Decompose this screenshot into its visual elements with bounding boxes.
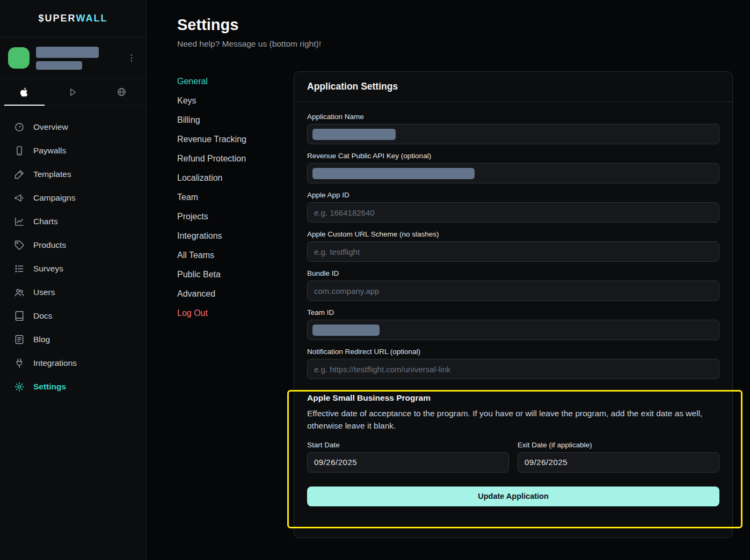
page-subtitle: Need help? Message us (bottom right)! [177, 39, 733, 49]
field-notification-redirect-url: Notification Redirect URL (optional) [307, 348, 719, 379]
application-name-input[interactable] [307, 124, 719, 144]
sidebar-item-label: Paywalls [33, 146, 66, 156]
newspaper-icon [14, 334, 25, 345]
field-label: Application Name [307, 113, 719, 121]
gear-icon [14, 381, 25, 392]
bundle-id-input[interactable] [307, 281, 719, 301]
start-date-field: Start Date [307, 441, 509, 473]
platform-tabs [0, 79, 146, 106]
sidebar-item-label: Users [33, 288, 55, 297]
sidebar-item-blog[interactable]: Blog [0, 328, 146, 351]
exit-date-field: Exit Date (if applicable) [518, 441, 719, 473]
sidebar-item-templates[interactable]: Templates [0, 163, 146, 186]
settings-nav-localization[interactable]: Localization [177, 169, 294, 188]
logo-text: $UPER [38, 13, 76, 24]
field-revenuecat-api-key: Revenue Cat Public API Key (optional) [307, 152, 719, 183]
field-label: Team ID [307, 308, 719, 316]
redacted-app-info [36, 47, 118, 70]
custom-url-scheme-input[interactable] [307, 241, 719, 262]
update-application-button[interactable]: Update Application [307, 487, 719, 506]
app-root: $UPERWALL [0, 0, 750, 560]
logo-text-accent: WALL [76, 13, 108, 24]
main-content: Settings Need help? Message us (bottom r… [147, 0, 750, 560]
field-bundle-id: Bundle ID [307, 269, 719, 301]
sidebar-item-integrations[interactable]: Integrations [0, 351, 146, 375]
settings-nav-refund-protection[interactable]: Refund Protection [177, 150, 294, 169]
plug-icon [14, 358, 25, 369]
sidebar-item-label: Docs [33, 311, 52, 321]
redacted-value-bar [312, 129, 396, 140]
sidebar-item-label: Templates [33, 170, 71, 179]
notification-redirect-url-input[interactable] [307, 359, 719, 379]
brush-icon [14, 169, 25, 180]
settings-nav-log-out[interactable]: Log Out [177, 304, 294, 323]
small-business-program-section: Apple Small Business Program Effective d… [307, 393, 719, 506]
settings-nav-billing[interactable]: Billing [177, 111, 294, 130]
field-label: Exit Date (if applicable) [518, 441, 719, 449]
book-icon [14, 311, 25, 321]
sidebar-item-paywalls[interactable]: Paywalls [0, 139, 146, 163]
sidebar-item-products[interactable]: Products [0, 233, 146, 257]
checklist-icon [14, 263, 25, 274]
field-apple-app-id: Apple App ID [307, 191, 719, 223]
sidebar-item-campaigns[interactable]: Campaigns [0, 186, 146, 210]
settings-nav-team[interactable]: Team [177, 188, 294, 208]
settings-nav-public-beta[interactable]: Public Beta [177, 266, 294, 285]
tab-apple[interactable] [0, 79, 49, 105]
exit-date-input[interactable] [518, 452, 719, 473]
kebab-menu-icon[interactable] [125, 51, 139, 65]
sidebar-item-surveys[interactable]: Surveys [0, 257, 146, 281]
field-label: Apple Custom URL Scheme (no slashes) [307, 230, 719, 238]
sidebar-item-label: Products [33, 240, 66, 250]
redacted-value-bar [312, 325, 380, 336]
settings-nav-general[interactable]: General [177, 72, 294, 92]
sidebar-item-label: Charts [33, 217, 58, 226]
app-avatar [8, 47, 30, 69]
settings-nav-revenue-tracking[interactable]: Revenue Tracking [177, 130, 294, 150]
field-label: Apple App ID [307, 191, 719, 199]
gauge-icon [14, 122, 25, 132]
settings-nav-projects[interactable]: Projects [177, 208, 294, 227]
small-business-title: Apple Small Business Program [307, 393, 719, 403]
settings-nav-keys[interactable]: Keys [177, 92, 294, 111]
settings-nav-advanced[interactable]: Advanced [177, 285, 294, 304]
sidebar-item-charts[interactable]: Charts [0, 210, 146, 233]
field-label: Revenue Cat Public API Key (optional) [307, 152, 719, 160]
sidebar-item-label: Settings [33, 382, 66, 392]
apple-app-id-input[interactable] [307, 202, 719, 223]
redacted-app-subtitle-bar [36, 61, 82, 70]
sidebar-nav: Overview Paywalls Templates Campaigns Ch… [0, 106, 146, 399]
sidebar-item-label: Blog [33, 335, 50, 344]
redacted-app-name-bar [36, 47, 99, 58]
settings-nav-all-teams[interactable]: All Teams [177, 246, 294, 266]
sidebar-item-settings[interactable]: Settings [0, 375, 146, 399]
team-id-input[interactable] [307, 320, 719, 340]
page-title: Settings [177, 16, 733, 34]
sidebar-item-docs[interactable]: Docs [0, 304, 146, 328]
tag-icon [14, 240, 25, 250]
tab-web[interactable] [97, 79, 146, 105]
sidebar-item-overview[interactable]: Overview [0, 115, 146, 139]
revenuecat-api-key-input[interactable] [307, 163, 719, 183]
sidebar-item-users[interactable]: Users [0, 281, 146, 304]
chart-icon [14, 216, 25, 227]
google-play-icon [68, 87, 78, 97]
apple-icon [19, 87, 30, 98]
start-date-input[interactable] [307, 452, 509, 473]
application-settings-card: Application Settings Application Name Re… [294, 71, 733, 538]
field-label: Start Date [307, 441, 509, 449]
tab-google-play[interactable] [49, 79, 98, 105]
brand-logo[interactable]: $UPERWALL [0, 0, 146, 38]
globe-icon [116, 87, 127, 97]
sidebar-item-label: Campaigns [33, 193, 75, 203]
redacted-value-bar [312, 168, 475, 179]
sidebar-item-label: Overview [33, 122, 68, 132]
app-switcher[interactable] [0, 38, 146, 79]
megaphone-icon [14, 193, 25, 203]
sidebar-item-label: Surveys [33, 264, 63, 274]
sidebar-item-label: Integrations [33, 358, 77, 368]
settings-nav-integrations[interactable]: Integrations [177, 227, 294, 246]
card-title: Application Settings [294, 72, 732, 102]
settings-nav: General Keys Billing Revenue Tracking Re… [177, 71, 294, 538]
sidebar: $UPERWALL [0, 0, 147, 560]
